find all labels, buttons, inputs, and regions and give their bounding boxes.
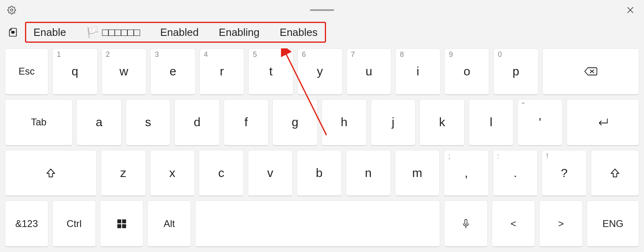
- key-sup: !: [546, 152, 548, 160]
- key-w[interactable]: 2w: [102, 48, 147, 95]
- key-sup: 7: [351, 50, 355, 59]
- key-label: .: [513, 166, 517, 180]
- key-r[interactable]: 4r: [199, 48, 245, 95]
- key-q[interactable]: 1q: [52, 48, 98, 95]
- microphone-icon: [461, 219, 470, 229]
- key-i[interactable]: 8i: [395, 48, 440, 95]
- key-sup: 5: [253, 50, 257, 59]
- key-label: i: [417, 65, 420, 78]
- key-shift-left[interactable]: [5, 150, 97, 197]
- key-label: e: [170, 65, 177, 78]
- key-v[interactable]: v: [248, 150, 293, 197]
- key-sup: 3: [155, 50, 159, 59]
- titlebar: [0, 0, 644, 20]
- suggestion-item[interactable]: Enabling: [215, 25, 264, 40]
- key-sup: 8: [400, 50, 404, 59]
- key-row-4: &123 Ctrl Alt < > ENG: [5, 200, 639, 247]
- key-sup: ;: [448, 152, 450, 160]
- suggestion-item[interactable]: 🏳️ □□□□□□: [82, 25, 144, 40]
- key-n[interactable]: n: [346, 150, 391, 197]
- key-j[interactable]: j: [371, 99, 416, 146]
- key-ctrl[interactable]: Ctrl: [52, 200, 96, 247]
- key-alt[interactable]: Alt: [147, 200, 191, 247]
- close-icon: [627, 6, 634, 14]
- suggestion-bar: Enable 🏳️ □□□□□□ Enabled Enabling Enable…: [0, 20, 644, 44]
- key-z[interactable]: z: [101, 150, 146, 197]
- emoji-picker-button[interactable]: [5, 24, 21, 40]
- svg-rect-6: [122, 219, 126, 223]
- suggestion-item[interactable]: Enable: [29, 25, 70, 40]
- key-period[interactable]: :.: [493, 150, 538, 197]
- key-label: ?: [561, 166, 568, 180]
- key-label: l: [490, 115, 492, 129]
- key-backspace[interactable]: [542, 48, 639, 95]
- key-esc[interactable]: Esc: [5, 48, 48, 95]
- suggestion-item[interactable]: Enabled: [156, 25, 202, 40]
- key-question[interactable]: !?: [542, 150, 587, 197]
- key-row-2: Tab a s d f g h j k l "': [5, 99, 639, 146]
- key-shift-right[interactable]: [591, 150, 639, 197]
- key-f[interactable]: f: [224, 99, 269, 146]
- key-label: g: [292, 115, 299, 129]
- key-b[interactable]: b: [297, 150, 342, 197]
- key-arrow-left[interactable]: <: [492, 200, 535, 247]
- drag-handle[interactable]: [310, 9, 334, 11]
- key-k[interactable]: k: [420, 99, 465, 146]
- key-arrow-right[interactable]: >: [539, 200, 583, 247]
- key-label: d: [194, 115, 201, 129]
- key-label: x: [169, 166, 175, 180]
- key-label: m: [412, 166, 422, 180]
- keyboard-grid: Esc 1q 2w 3e 4r 5t 6y 7u 8i 9o 0p Tab a …: [0, 44, 644, 252]
- key-numsym[interactable]: &123: [5, 200, 48, 247]
- key-h[interactable]: h: [322, 99, 367, 146]
- key-d[interactable]: d: [175, 99, 220, 146]
- close-button[interactable]: [622, 4, 638, 16]
- key-o[interactable]: 9o: [445, 48, 490, 95]
- key-sup: 9: [449, 50, 453, 59]
- backspace-icon: [584, 67, 598, 76]
- key-language[interactable]: ENG: [587, 200, 639, 247]
- key-label: o: [463, 65, 470, 78]
- key-u[interactable]: 7u: [347, 48, 392, 95]
- key-e[interactable]: 3e: [150, 48, 195, 95]
- key-p[interactable]: 0p: [493, 48, 538, 95]
- key-label: ,: [465, 166, 468, 180]
- key-sup: 1: [57, 50, 61, 59]
- key-windows[interactable]: [100, 200, 143, 247]
- svg-rect-7: [117, 224, 121, 228]
- key-dictation[interactable]: [444, 200, 488, 247]
- heart-note-icon: [8, 27, 18, 37]
- key-l[interactable]: l: [469, 99, 514, 146]
- svg-rect-8: [122, 224, 126, 228]
- svg-rect-9: [465, 219, 467, 225]
- key-a[interactable]: a: [77, 99, 122, 146]
- key-label: s: [145, 115, 151, 129]
- suggestion-item[interactable]: Enables: [276, 25, 322, 40]
- key-label: ': [539, 115, 541, 129]
- key-enter[interactable]: [567, 99, 639, 146]
- key-label: q: [71, 65, 78, 78]
- key-label: w: [120, 65, 129, 78]
- key-apostrophe[interactable]: "': [517, 99, 563, 146]
- key-label: t: [269, 65, 272, 78]
- key-x[interactable]: x: [150, 150, 195, 197]
- key-row-3: z x c v b n m ;, :. !?: [5, 150, 639, 197]
- suggestion-highlight-box: Enable 🏳️ □□□□□□ Enabled Enabling Enable…: [25, 22, 326, 43]
- key-label: z: [120, 166, 126, 180]
- key-g[interactable]: g: [272, 99, 318, 146]
- key-label: f: [244, 115, 247, 129]
- key-m[interactable]: m: [395, 150, 440, 197]
- svg-point-0: [10, 9, 13, 11]
- key-t[interactable]: 5t: [248, 48, 293, 95]
- key-row-1: Esc 1q 2w 3e 4r 5t 6y 7u 8i 9o 0p: [5, 48, 639, 95]
- key-y[interactable]: 6y: [297, 48, 343, 95]
- key-sup: 2: [106, 50, 110, 59]
- key-comma[interactable]: ;,: [444, 150, 489, 197]
- key-s[interactable]: s: [126, 99, 171, 146]
- key-sup: 4: [204, 50, 208, 59]
- key-c[interactable]: c: [199, 150, 244, 197]
- key-tab[interactable]: Tab: [5, 99, 73, 146]
- key-space[interactable]: [195, 200, 440, 247]
- settings-button[interactable]: [6, 4, 18, 16]
- gear-icon: [7, 6, 16, 15]
